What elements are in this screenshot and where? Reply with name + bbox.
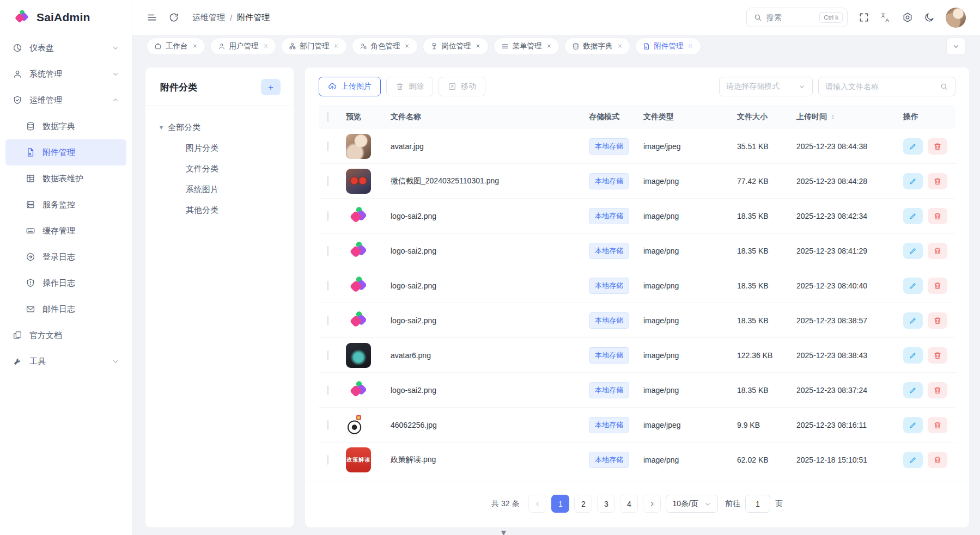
search-input[interactable] — [766, 13, 805, 22]
page-button-2[interactable]: 2 — [574, 495, 592, 513]
tab-用户管理[interactable]: 用户管理 — [210, 38, 276, 55]
sidebar-item-system[interactable]: 系统管理 — [5, 61, 126, 87]
tab-菜单管理[interactable]: 菜单管理 — [494, 38, 559, 55]
tab-close-icon[interactable] — [475, 42, 481, 51]
row-checkbox[interactable] — [327, 350, 328, 360]
tab-数据字典[interactable]: 数据字典 — [564, 38, 630, 55]
tree-node-root[interactable]: ▾全部分类 — [155, 117, 284, 138]
sidebar-item-dashboard[interactable]: 仪表盘 — [5, 35, 126, 61]
edit-button[interactable] — [903, 452, 923, 468]
delete-row-button[interactable] — [928, 452, 947, 468]
tree-node-系统图片[interactable]: 系统图片 — [155, 179, 284, 200]
column-header-上传时间[interactable]: 上传时间 — [796, 112, 903, 122]
sidebar-item-op-log[interactable]: 操作日志 — [5, 270, 126, 296]
collapse-footer-arrow[interactable]: ▼ — [500, 528, 508, 535]
sidebar-item-cache[interactable]: 缓存管理 — [5, 218, 126, 244]
add-category-button[interactable]: + — [261, 79, 281, 95]
breadcrumb-parent[interactable]: 运维管理 — [192, 13, 225, 23]
delete-row-button[interactable] — [928, 208, 947, 224]
page-size-select[interactable]: 10条/页 — [666, 495, 717, 513]
next-page-button[interactable] — [643, 495, 661, 513]
translate-icon[interactable]: 文A — [880, 12, 891, 23]
edit-button[interactable] — [903, 312, 923, 329]
edit-button[interactable] — [903, 278, 923, 294]
delete-row-button[interactable] — [928, 417, 947, 433]
fullscreen-icon[interactable] — [859, 12, 869, 23]
delete-row-button[interactable] — [928, 278, 947, 294]
sidebar-item-table-maint[interactable]: 数据表维护 — [5, 165, 126, 192]
tab-附件管理[interactable]: 附件管理 — [635, 38, 701, 55]
page-button-1[interactable]: 1 — [551, 495, 569, 513]
global-search[interactable]: Ctrl k — [746, 8, 848, 27]
tree-node-图片分类[interactable]: 图片分类 — [155, 138, 284, 158]
tab-角色管理[interactable]: 角色管理 — [352, 38, 418, 55]
tab-close-icon[interactable] — [617, 42, 623, 51]
user-avatar[interactable] — [946, 8, 966, 28]
delete-row-button[interactable] — [928, 138, 947, 155]
sidebar-item-docs[interactable]: 官方文档 — [5, 322, 126, 348]
row-checkbox[interactable] — [327, 385, 328, 395]
delete-row-button[interactable] — [928, 347, 947, 364]
row-checkbox[interactable] — [327, 176, 328, 186]
select-all-checkbox[interactable] — [327, 112, 328, 122]
page-button-3[interactable]: 3 — [597, 495, 615, 513]
search-icon[interactable] — [940, 82, 948, 91]
refresh-icon[interactable] — [168, 12, 179, 23]
row-checkbox[interactable] — [327, 281, 328, 291]
prev-page-button[interactable] — [528, 495, 546, 513]
row-checkbox[interactable] — [327, 316, 328, 325]
edit-button[interactable] — [903, 382, 923, 398]
upload-image-button[interactable]: 上传图片 — [319, 77, 381, 96]
file-thumbnail-sai-logo[interactable] — [346, 378, 371, 403]
tab-岗位管理[interactable]: 岗位管理 — [423, 38, 489, 55]
delete-row-button[interactable] — [928, 312, 947, 329]
sidebar-item-mail-log[interactable]: 邮件日志 — [5, 296, 126, 322]
file-thumbnail-photo-portrait[interactable] — [346, 134, 371, 159]
row-checkbox[interactable] — [327, 142, 328, 151]
menu-fold-icon[interactable] — [147, 12, 157, 23]
file-thumbnail-sai-logo[interactable] — [346, 308, 371, 333]
tree-node-其他分类[interactable]: 其他分类 — [155, 200, 284, 220]
edit-button[interactable] — [903, 138, 923, 155]
row-checkbox[interactable] — [327, 420, 328, 430]
edit-button[interactable] — [903, 173, 923, 189]
sidebar-item-attachment[interactable]: 附件管理 — [5, 139, 126, 165]
row-checkbox[interactable] — [327, 211, 328, 221]
edit-button[interactable] — [903, 243, 923, 259]
delete-button[interactable]: 删除 — [386, 77, 433, 96]
file-thumbnail-sai-logo[interactable] — [346, 204, 371, 229]
file-thumbnail-cat-avatar[interactable] — [346, 169, 371, 194]
move-button[interactable]: 移动 — [439, 77, 485, 96]
tab-close-icon[interactable] — [404, 42, 410, 51]
file-thumbnail-policy-red[interactable]: 政策解读 — [346, 447, 371, 472]
tab-close-icon[interactable] — [192, 42, 198, 51]
gear-icon[interactable] — [902, 12, 913, 23]
row-checkbox[interactable] — [327, 246, 328, 256]
sidebar-item-ops[interactable]: 运维管理 — [5, 87, 126, 113]
tab-工作台[interactable]: 工作台 — [147, 38, 205, 55]
sidebar-item-monitor[interactable]: 服务监控 — [5, 192, 126, 218]
file-thumbnail-dark-avatar[interactable] — [346, 343, 371, 368]
tab-close-icon[interactable] — [333, 42, 339, 51]
storage-mode-select[interactable]: 请选择存储模式 — [719, 77, 813, 96]
filename-input[interactable] — [825, 82, 935, 91]
row-checkbox[interactable] — [327, 455, 328, 465]
tab-close-icon[interactable] — [687, 42, 693, 51]
delete-row-button[interactable] — [928, 243, 947, 259]
sidebar-item-login-log[interactable]: 登录日志 — [5, 244, 126, 270]
delete-row-button[interactable] — [928, 382, 947, 398]
sidebar-item-tools[interactable]: 工具 — [5, 348, 126, 374]
page-button-4[interactable]: 4 — [620, 495, 638, 513]
goto-page-input[interactable] — [745, 495, 770, 513]
tab-close-icon[interactable] — [263, 42, 269, 51]
moon-icon[interactable] — [924, 12, 935, 23]
file-thumbnail-sai-logo[interactable] — [346, 273, 371, 298]
tree-node-文件分类[interactable]: 文件分类 — [155, 158, 284, 179]
tab-close-icon[interactable] — [546, 42, 552, 51]
delete-row-button[interactable] — [928, 173, 947, 189]
sidebar-item-dict[interactable]: 数据字典 — [5, 113, 126, 139]
file-thumbnail-sai-logo[interactable] — [346, 238, 371, 263]
edit-button[interactable] — [903, 347, 923, 364]
file-thumbnail-sticker[interactable] — [346, 414, 364, 436]
tab-部门管理[interactable]: 部门管理 — [281, 38, 347, 55]
